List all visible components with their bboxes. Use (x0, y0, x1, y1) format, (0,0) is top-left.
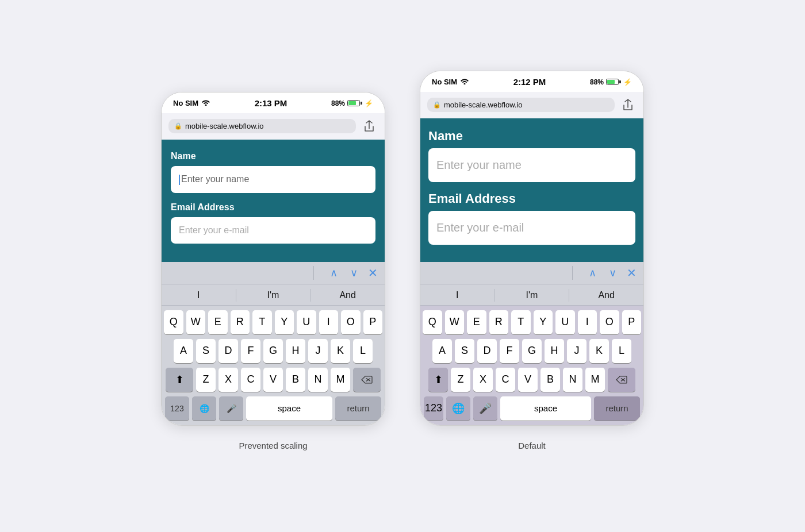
toolbar-up-right[interactable]: ∧ (586, 265, 599, 280)
autocomplete-and-left[interactable]: And (310, 289, 385, 302)
key-z-left[interactable]: Z (196, 368, 216, 392)
key-mic-right[interactable]: 🎤 (473, 396, 497, 421)
name-input-right[interactable]: Enter your name (428, 148, 635, 182)
key-s-right[interactable]: S (455, 339, 474, 363)
key-v-right[interactable]: V (518, 368, 538, 392)
key-k-right[interactable]: K (589, 339, 609, 363)
key-delete-left[interactable] (353, 368, 381, 392)
key-space-left[interactable]: space (246, 396, 332, 421)
toolbar-down-left[interactable]: ∨ (348, 265, 360, 280)
email-input-right[interactable]: Enter your e-mail (428, 211, 635, 245)
key-h-left[interactable]: H (286, 339, 305, 363)
key-shift-right[interactable]: ⬆ (428, 368, 448, 392)
key-j-left[interactable]: J (308, 339, 328, 363)
key-m-right[interactable]: M (585, 368, 605, 392)
key-q-right[interactable]: Q (423, 310, 442, 334)
key-n-left[interactable]: N (308, 368, 328, 392)
key-p-right[interactable]: P (622, 310, 642, 334)
phone-default: No SIM 2:12 PM 88% ⚡ (420, 71, 644, 450)
key-r-right[interactable]: R (489, 310, 509, 334)
key-w-right[interactable]: W (445, 310, 465, 334)
battery-icon-right (606, 79, 621, 85)
key-f-left[interactable]: F (241, 339, 260, 363)
email-label-right: Email Address (428, 191, 635, 206)
autocomplete-i-left[interactable]: I (162, 289, 236, 302)
key-p-left[interactable]: P (363, 310, 383, 334)
autocomplete-i-right[interactable]: I (420, 289, 495, 302)
toolbar-nav-left[interactable]: ∧ ∨ ✕ (328, 265, 378, 280)
key-row-2-right: A S D F G H J K L (423, 339, 641, 363)
key-x-right[interactable]: X (473, 368, 493, 392)
toolbar-close-left[interactable]: ✕ (368, 266, 378, 280)
autocomplete-and-right[interactable]: And (569, 289, 643, 302)
browser-bar-left[interactable]: 🔒 mobile-scale.webflow.io (162, 113, 385, 140)
toolbar-nav-right[interactable]: ∧ ∨ ✕ (586, 265, 637, 280)
name-input-left[interactable]: Enter your name (171, 166, 375, 193)
key-123-right[interactable]: 123 (424, 396, 443, 421)
key-mic-left[interactable]: 🎤 (219, 396, 243, 421)
key-t-left[interactable]: T (252, 310, 272, 334)
key-123-left[interactable]: 123 (165, 396, 189, 421)
key-g-left[interactable]: G (263, 339, 283, 363)
key-c-left[interactable]: C (241, 368, 260, 392)
key-b-right[interactable]: B (540, 368, 560, 392)
key-w-left[interactable]: W (186, 310, 206, 334)
phone-prevented: No SIM 2:13 PM 88% ⚡ (161, 92, 385, 450)
key-e-left[interactable]: E (208, 310, 228, 334)
key-o-left[interactable]: O (341, 310, 361, 334)
key-j-right[interactable]: J (567, 339, 586, 363)
autocomplete-im-right[interactable]: I'm (495, 289, 570, 302)
share-button-left[interactable] (361, 118, 378, 135)
phone-frame-default: No SIM 2:12 PM 88% ⚡ (420, 71, 644, 426)
key-globe-left[interactable]: 🌐 (192, 396, 216, 421)
key-k-left[interactable]: K (331, 339, 350, 363)
key-y-left[interactable]: Y (275, 310, 294, 334)
key-i-right[interactable]: I (578, 310, 597, 334)
key-i-left[interactable]: I (319, 310, 339, 334)
key-shift-left[interactable]: ⬆ (166, 368, 193, 392)
key-o-right[interactable]: O (600, 310, 619, 334)
email-input-left[interactable]: Enter your e-mail (171, 217, 375, 244)
key-u-left[interactable]: U (297, 310, 316, 334)
key-t-right[interactable]: T (511, 310, 531, 334)
share-button-right[interactable] (619, 97, 637, 114)
key-u-right[interactable]: U (555, 310, 575, 334)
key-m-left[interactable]: M (331, 368, 350, 392)
key-a-left[interactable]: A (174, 339, 193, 363)
key-f-right[interactable]: F (500, 339, 519, 363)
key-return-right[interactable]: return (594, 396, 640, 421)
no-sim-text-right: No SIM (432, 78, 457, 86)
key-c-right[interactable]: C (496, 368, 515, 392)
key-l-right[interactable]: L (612, 339, 631, 363)
key-b-left[interactable]: B (286, 368, 305, 392)
key-s-left[interactable]: S (196, 339, 216, 363)
key-v-left[interactable]: V (263, 368, 283, 392)
key-h-right[interactable]: H (545, 339, 564, 363)
key-a-right[interactable]: A (432, 339, 452, 363)
url-bar-left[interactable]: 🔒 mobile-scale.webflow.io (168, 119, 356, 133)
key-d-right[interactable]: D (477, 339, 497, 363)
key-l-left[interactable]: L (353, 339, 373, 363)
battery-tip-right (619, 80, 621, 83)
toolbar-close-right[interactable]: ✕ (627, 266, 637, 280)
url-bar-right[interactable]: 🔒 mobile-scale.webflow.io (427, 98, 615, 112)
key-r-left[interactable]: R (231, 310, 250, 334)
key-n-right[interactable]: N (563, 368, 582, 392)
key-globe-right[interactable]: 🌐 (446, 396, 470, 421)
key-d-left[interactable]: D (218, 339, 238, 363)
key-q-left[interactable]: Q (164, 310, 183, 334)
browser-bar-right[interactable]: 🔒 mobile-scale.webflow.io (420, 92, 643, 118)
toolbar-down-right[interactable]: ∨ (607, 265, 619, 280)
toolbar-up-left[interactable]: ∧ (328, 265, 340, 280)
key-z-right[interactable]: Z (451, 368, 470, 392)
battery-fill-right (607, 80, 615, 84)
status-bar-right: No SIM 2:12 PM 88% ⚡ (420, 71, 643, 92)
key-space-right[interactable]: space (500, 396, 591, 421)
autocomplete-im-left[interactable]: I'm (236, 289, 311, 302)
key-y-right[interactable]: Y (534, 310, 553, 334)
key-return-left[interactable]: return (335, 396, 381, 421)
key-delete-right[interactable] (608, 368, 635, 392)
key-e-right[interactable]: E (467, 310, 486, 334)
key-g-right[interactable]: G (522, 339, 542, 363)
key-x-left[interactable]: X (218, 368, 238, 392)
